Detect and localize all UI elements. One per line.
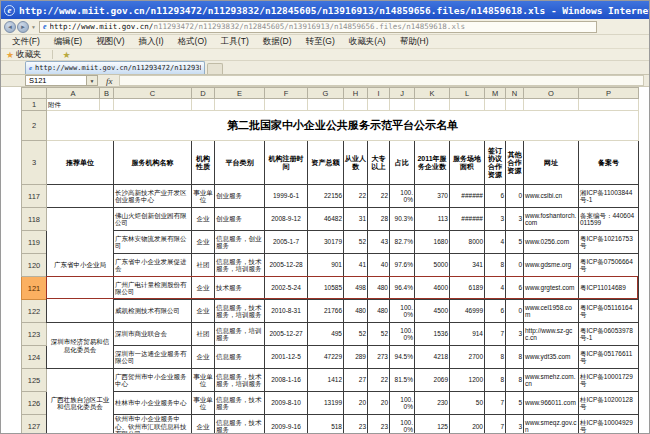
cell-E126[interactable]: 信息服务，技术服务	[215, 392, 265, 415]
cell-C119[interactable]: 广东林安物流发展有限公司	[114, 231, 192, 254]
cell-N122[interactable]: 0	[506, 300, 524, 323]
cell-H124[interactable]: 289	[344, 346, 368, 369]
header-h[interactable]: 从业人数	[344, 141, 368, 185]
cell-A118[interactable]: 广东省中小企业局	[47, 208, 114, 323]
cell-G121[interactable]: 10585	[308, 277, 344, 300]
menu-item-4[interactable]: 插入(I)	[132, 36, 171, 48]
cell-G123[interactable]: 495	[308, 323, 344, 346]
cell-I123[interactable]: 52	[368, 323, 390, 346]
row-header-1[interactable]: 1	[22, 99, 47, 111]
cell-I117[interactable]: 22	[368, 185, 390, 208]
cell-N118[interactable]: 3	[506, 208, 524, 231]
cell-E122[interactable]: 信息服务，技术服务，培训服务	[215, 300, 265, 323]
cell-D126[interactable]: 事业单位	[192, 392, 215, 415]
cell-P119[interactable]: 粤ICP备10216753号	[579, 231, 639, 254]
cell-K119[interactable]: 1680	[415, 231, 450, 254]
cell-F125[interactable]: 2008-1-16	[265, 369, 308, 392]
cell-O121[interactable]: www.grgtest.com	[524, 277, 579, 300]
insert-function-icon[interactable]: fx	[106, 76, 113, 86]
menu-item-7[interactable]: 数据(D)	[256, 36, 299, 48]
header-n[interactable]: 其他合作资源	[506, 141, 524, 185]
cell-K124[interactable]: 4218	[415, 346, 450, 369]
column-header-F[interactable]: F	[265, 88, 308, 99]
cell-empty[interactable]	[100, 99, 114, 111]
cell-G120[interactable]: 901	[308, 254, 344, 277]
cell-I118[interactable]: 28	[368, 208, 390, 231]
cell-H117[interactable]: 22	[344, 185, 368, 208]
cell-E118[interactable]: 创业服务	[215, 208, 265, 231]
cell-A1[interactable]: 附件	[47, 99, 100, 111]
cell-empty[interactable]	[265, 99, 308, 111]
cell-J124[interactable]: 94.5%	[390, 346, 415, 369]
cell-K123[interactable]: 1536	[415, 323, 450, 346]
cell-M124[interactable]: 8	[485, 346, 506, 369]
menu-item-9[interactable]: 收藏夹(A)	[342, 36, 393, 48]
cell-M123[interactable]: 7	[485, 323, 506, 346]
cell-L124[interactable]: 2700	[450, 346, 485, 369]
cell-N120[interactable]: 0	[506, 254, 524, 277]
cell-empty[interactable]	[524, 99, 579, 111]
cell-J123[interactable]: 100.0%	[390, 323, 415, 346]
cell-L121[interactable]: 6189	[450, 277, 485, 300]
cell-O119[interactable]: www.0256.com	[524, 231, 579, 254]
active-tab[interactable]: e http://www.miit.gov.cn/n11293472/n1129…	[25, 61, 205, 74]
cell-N117[interactable]: 0	[506, 185, 524, 208]
cell-D124[interactable]: 企业	[192, 346, 215, 369]
cell-M125[interactable]: 8	[485, 369, 506, 392]
cell-O120[interactable]: www.gdsme.org	[524, 254, 579, 277]
cell-K118[interactable]: 113	[415, 208, 450, 231]
column-header-M[interactable]: M	[485, 88, 506, 99]
cell-K120[interactable]: 5000	[415, 254, 450, 277]
cell-H127[interactable]: 23	[344, 415, 368, 434]
cell-F127[interactable]: 2009-9-16	[265, 415, 308, 434]
cell-I119[interactable]: 43	[368, 231, 390, 254]
cell-C125[interactable]: 广西贺州市中小企业服务中心	[114, 369, 192, 392]
header-m[interactable]: 签订协议合作资源	[485, 141, 506, 185]
row-header-126[interactable]: 126	[22, 392, 47, 415]
select-all-corner[interactable]	[22, 88, 47, 99]
cell-C118[interactable]: 佛山火炬创新创业园有限公司	[114, 208, 192, 231]
cell-F126[interactable]: 2009-8-10	[265, 392, 308, 415]
cell-J126[interactable]: 100.0%	[390, 392, 415, 415]
cell-E125[interactable]: 信息服务，技术服务，培训服务	[215, 369, 265, 392]
cell-M126[interactable]: 7	[485, 392, 506, 415]
cell-empty[interactable]	[192, 99, 215, 111]
cell-M127[interactable]: 7	[485, 415, 506, 434]
cell-I127[interactable]: 23	[368, 415, 390, 434]
menu-item-6[interactable]: 工具(T)	[214, 36, 256, 48]
header-k[interactable]: 2011年服务企业数	[415, 141, 450, 185]
cell-N124[interactable]: 8	[506, 346, 524, 369]
cell-empty[interactable]	[485, 99, 506, 111]
row-header-121[interactable]: 121	[22, 277, 47, 300]
formula-input[interactable]	[119, 75, 645, 86]
cell-empty[interactable]	[415, 99, 450, 111]
back-button[interactable]: ◄	[4, 21, 16, 33]
cell-empty[interactable]	[368, 99, 390, 111]
column-header-I[interactable]: I	[368, 88, 390, 99]
column-header-C[interactable]: C	[114, 88, 192, 99]
cell-C117[interactable]: 长沙高新技术产业开发区创业服务中心	[114, 185, 192, 208]
header-c[interactable]: 服务机构名称	[114, 141, 192, 185]
cell-N125[interactable]: 8	[506, 369, 524, 392]
row-header-127[interactable]: 127	[22, 415, 47, 434]
cell-M122[interactable]: 6	[485, 300, 506, 323]
cell-H119[interactable]: 52	[344, 231, 368, 254]
cell-P127[interactable]: 桂ICP备10004929号	[579, 415, 639, 434]
cell-J125[interactable]: 81.5%	[390, 369, 415, 392]
cell-empty[interactable]	[450, 99, 485, 111]
address-input[interactable]: e http://www.miit.gov.cn/n11293472/n1129…	[39, 21, 597, 33]
cell-N119[interactable]: 5	[506, 231, 524, 254]
cell-P125[interactable]: 桂ICP备10001729号	[579, 369, 639, 392]
cell-L118[interactable]: ######	[450, 208, 485, 231]
menu-item-2[interactable]: 编辑(E)	[47, 36, 89, 48]
header-i[interactable]: 大专以上	[368, 141, 390, 185]
cell-O122[interactable]: www.cel1958.com	[524, 300, 579, 323]
cell-K125[interactable]: 2069	[415, 369, 450, 392]
column-header-O[interactable]: O	[524, 88, 579, 99]
cell-K117[interactable]: 370	[415, 185, 450, 208]
cell-O117[interactable]: www.csibi.cn	[524, 185, 579, 208]
cell-C121[interactable]: 广州广电计量检测股份有限公司	[114, 277, 192, 300]
cell-L119[interactable]: 8000	[450, 231, 485, 254]
menu-item-10[interactable]: 帮助(H)	[393, 36, 436, 48]
menu-item-8[interactable]: 转至(G)	[299, 36, 342, 48]
